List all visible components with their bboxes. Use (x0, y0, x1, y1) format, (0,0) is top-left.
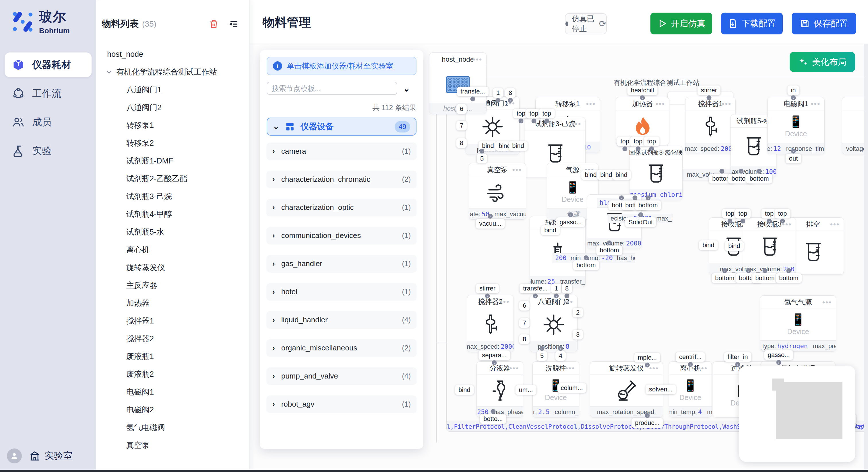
tree-item-18[interactable]: 电磁阀2 (96, 401, 249, 419)
port-connector[interactable]: › (565, 294, 569, 299)
delete-all-icon[interactable] (209, 19, 219, 29)
node-menu-icon[interactable]: ••• (649, 364, 659, 373)
port-connector[interactable]: › (727, 219, 733, 224)
node-menu-icon[interactable]: ••• (565, 364, 575, 373)
beautify-layout-button[interactable]: 美化布局 (789, 52, 855, 72)
node-menu-icon[interactable]: ••• (586, 100, 596, 108)
sidebar-item-0[interactable]: 仪器耗材 (5, 53, 92, 77)
tree-item-16[interactable]: 废液瓶2 (96, 365, 249, 383)
canvas-node-solenoid-valve-1[interactable]: 电磁阀1•••📱Devicevoltage: 12response_time: … (767, 97, 825, 154)
node-menu-icon[interactable]: ••• (564, 297, 573, 306)
download-config-button[interactable]: 下载配置 (721, 12, 783, 34)
category-characterization_chromatic[interactable]: ›characterization_chromatic(2) (267, 171, 416, 188)
tree-item-10[interactable]: 旋转蒸发仪 (96, 259, 249, 276)
port-connector[interactable]: › (791, 96, 796, 100)
sidebar-item-1[interactable]: 工作流 (5, 81, 92, 106)
tree-item-5[interactable]: 试剂瓶2-乙酸乙酯 (96, 170, 249, 188)
tree-item-14[interactable]: 搅拌器2 (96, 330, 249, 347)
node-menu-icon[interactable]: ••• (572, 120, 581, 129)
category-camera[interactable]: ›camera(1) (267, 142, 416, 160)
tree-item-0[interactable]: 八通阀门1 (96, 81, 249, 99)
tree-item-2[interactable]: 转移泵1 (96, 116, 249, 134)
node-menu-icon[interactable]: ••• (669, 148, 678, 157)
tree-item-12[interactable]: 加热器 (96, 294, 249, 312)
port-connector[interactable]: › (584, 256, 589, 260)
node-menu-icon[interactable]: ••• (473, 55, 482, 64)
port-connector[interactable]: › (640, 96, 645, 100)
port-connector[interactable]: › (786, 268, 792, 273)
collapse-list-icon[interactable] (229, 19, 239, 29)
sidebar-item-3[interactable]: 实验 (5, 138, 92, 163)
category-hotel[interactable]: ›hotel(1) (267, 283, 416, 300)
node-menu-icon[interactable]: ••• (500, 297, 509, 306)
port-connector[interactable]: › (508, 98, 513, 103)
category-robot_agv[interactable]: ›robot_agv(1) (267, 396, 416, 413)
start-simulation-button[interactable]: 开启仿真 (650, 12, 712, 34)
port-connector[interactable]: › (519, 119, 524, 124)
port-connector[interactable]: › (479, 149, 485, 154)
tree-item-4[interactable]: 试剂瓶1-DMF (96, 152, 249, 170)
tree-item-13[interactable]: 搅拌器1 (96, 312, 249, 330)
port-connector[interactable]: › (757, 169, 762, 174)
port-connector[interactable]: › (636, 146, 641, 151)
port-connector[interactable]: › (763, 268, 768, 273)
canvas-node-hydrogen-source[interactable]: 氢气气源•••📱Device_type: hydrogenmax_pre (760, 295, 836, 351)
port-connector[interactable]: › (776, 360, 781, 365)
sidebar-item-lab[interactable]: 实验室 (29, 450, 72, 462)
port-connector[interactable]: › (649, 146, 654, 151)
port-connector[interactable]: › (568, 212, 573, 217)
category-gas_handler[interactable]: ›gas_handler(1) (267, 255, 416, 272)
tree-item-17[interactable]: 电磁阀1 (96, 383, 249, 401)
node-menu-icon[interactable]: ••• (698, 364, 708, 373)
category-pump_and_valve[interactable]: ›pump_and_valve(4) (267, 367, 416, 384)
minimap[interactable] (739, 366, 856, 462)
category-organic_miscellaneous[interactable]: ›organic_miscellaneous(2) (267, 339, 416, 357)
node-menu-icon[interactable]: ••• (823, 298, 832, 307)
node-menu-icon[interactable]: ••• (513, 165, 522, 174)
canvas-node-receiver-bottle-3[interactable]: 接收瓶3•••max_volume: 250 (743, 217, 796, 275)
tree-item-host-node[interactable]: host_node (96, 45, 249, 63)
port-connector[interactable]: › (470, 97, 475, 102)
port-connector[interactable]: › (554, 294, 559, 299)
canvas-node-stirrer-1[interactable]: 搅拌器1•••max_speed: 2000 (685, 97, 736, 154)
port-connector[interactable]: › (639, 212, 643, 217)
canvas-scrollbar[interactable] (864, 44, 868, 472)
port-connector[interactable]: › (707, 96, 712, 100)
port-connector[interactable]: › (533, 294, 538, 299)
port-connector[interactable]: › (646, 196, 651, 200)
port-connector[interactable]: › (623, 146, 627, 151)
category-liquid_handler[interactable]: ›liquid_handler(4) (267, 311, 416, 328)
port-connector[interactable]: › (722, 268, 727, 273)
port-connector[interactable]: › (688, 362, 693, 367)
category-communication_devices[interactable]: ›communication_devices(1) (267, 227, 416, 244)
tree-item-19[interactable]: 氢气电磁阀 (96, 419, 249, 436)
category-characterization_optic[interactable]: ›characterization_optic(1) (267, 199, 416, 216)
canvas-node-vacuum-pump[interactable]: 真空泵•••pump_rate: 50max_vacuum: 0.1 (469, 163, 526, 220)
port-connector[interactable]: › (496, 98, 501, 103)
node-menu-icon[interactable]: ••• (830, 220, 840, 229)
refresh-icon[interactable]: ⟳ (599, 20, 606, 28)
save-config-button[interactable]: 保存配置 (792, 12, 856, 34)
port-connector[interactable]: › (741, 219, 745, 224)
port-connector[interactable]: › (532, 119, 536, 124)
tree-item-15[interactable]: 废液瓶1 (96, 347, 249, 365)
port-connector[interactable]: › (545, 119, 549, 124)
port-connector[interactable]: › (720, 169, 724, 174)
category-instruments[interactable]: ⌄ 仪器设备 49 (267, 117, 416, 136)
port-connector[interactable]: › (645, 363, 650, 368)
tree-item-1[interactable]: 八通阀门2 (96, 99, 249, 116)
node-menu-icon[interactable]: ••• (722, 100, 732, 108)
port-connector[interactable]: › (491, 409, 496, 414)
port-connector[interactable]: › (746, 268, 751, 273)
canvas-node-solid-reagent-3[interactable]: 固体试剂瓶3-氯化镁•••agent: magnesium_chlorideph… (629, 146, 683, 200)
tree-item-3[interactable]: 转移泵2 (96, 134, 249, 152)
port-connector[interactable]: › (739, 169, 744, 174)
node-menu-icon[interactable]: ••• (509, 364, 519, 373)
tree-item-8[interactable]: 试剂瓶5-水 (96, 223, 249, 241)
port-connector[interactable]: › (780, 219, 785, 224)
sidebar-item-2[interactable]: 成员 (5, 110, 92, 134)
node-menu-icon[interactable]: ••• (656, 100, 665, 108)
port-connector[interactable]: › (539, 346, 545, 351)
port-connector[interactable]: › (485, 294, 490, 299)
port-connector[interactable]: › (488, 214, 493, 219)
